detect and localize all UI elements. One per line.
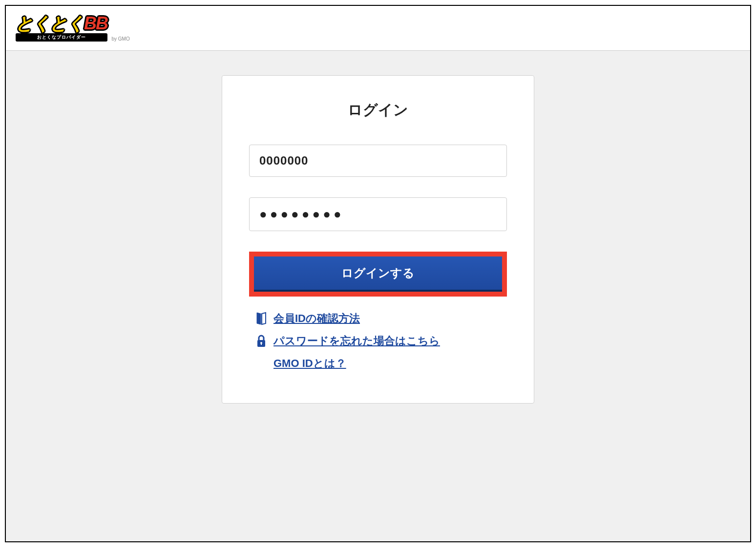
logo-suffix: by GMO bbox=[111, 36, 129, 42]
confirm-id-link[interactable]: 会員IDの確認方法 bbox=[273, 311, 360, 326]
book-icon bbox=[254, 312, 269, 325]
logo-subtitle: おとくなプロバイダー bbox=[16, 33, 107, 42]
login-button[interactable]: ログインする bbox=[254, 256, 502, 292]
login-title: ログイン bbox=[249, 100, 507, 120]
gmo-id-link[interactable]: GMO IDとは？ bbox=[273, 356, 346, 371]
login-card: ログイン ログインする 会員IDの確認方法 bbox=[222, 75, 534, 404]
app-frame: とくとくBB おとくなプロバイダー by GMO ログイン ログインする bbox=[5, 5, 751, 542]
password-input[interactable] bbox=[249, 197, 507, 231]
link-row-confirm-id: 会員IDの確認方法 bbox=[254, 311, 507, 326]
lock-icon bbox=[254, 334, 269, 348]
link-row-forgot-password: パスワードを忘れた場合はこちら bbox=[254, 334, 507, 348]
logo: とくとくBB おとくなプロバイダー bbox=[16, 15, 107, 42]
forgot-password-link[interactable]: パスワードを忘れた場合はこちら bbox=[273, 334, 440, 348]
member-id-input[interactable] bbox=[249, 145, 507, 177]
logo-text-red: BB bbox=[84, 13, 107, 33]
header: とくとくBB おとくなプロバイダー by GMO bbox=[6, 6, 750, 51]
links-section: 会員IDの確認方法 パスワードを忘れた場合はこちら GMO IDとは bbox=[249, 311, 507, 371]
link-row-gmo-id: GMO IDとは？ bbox=[254, 356, 507, 371]
svg-rect-2 bbox=[261, 343, 262, 345]
logo-main-text: とくとくBB bbox=[16, 13, 107, 33]
login-button-highlight: ログインする bbox=[249, 252, 507, 297]
logo-text-yellow: とくとく bbox=[16, 13, 84, 33]
main-area: ログイン ログインする 会員IDの確認方法 bbox=[6, 51, 750, 542]
